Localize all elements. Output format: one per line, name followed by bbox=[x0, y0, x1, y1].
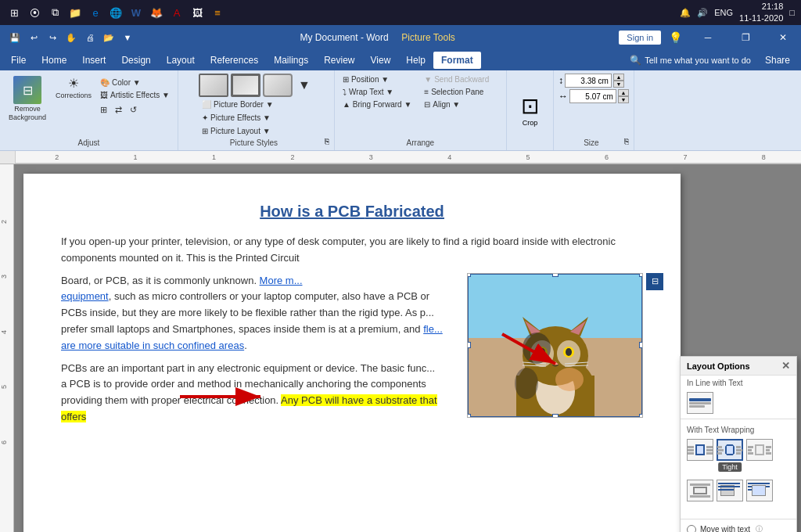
print-qat-button[interactable]: 🖨 bbox=[81, 29, 99, 46]
picture-layout-label: Picture Layout ▼ bbox=[210, 127, 271, 135]
change-picture-button[interactable]: ⇄ bbox=[112, 103, 125, 117]
tight-option[interactable]: Tight bbox=[717, 439, 743, 461]
style-thumb-2[interactable] bbox=[231, 74, 260, 97]
firefox-icon[interactable]: 🦊 bbox=[149, 5, 164, 20]
position-button[interactable]: ⊞ Position ▼ bbox=[339, 74, 415, 85]
top-bottom-option[interactable] bbox=[687, 480, 713, 501]
styles-expand-button[interactable]: ▼ bbox=[295, 77, 314, 94]
handle-top-right[interactable] bbox=[639, 273, 643, 277]
through-option[interactable] bbox=[746, 439, 773, 461]
infront-preview bbox=[748, 483, 771, 498]
handle-middle-right[interactable] bbox=[639, 342, 643, 348]
menu-references[interactable]: References bbox=[203, 52, 266, 69]
move-with-text-radio[interactable] bbox=[687, 525, 696, 533]
vertical-ruler: 2 3 4 5 6 bbox=[0, 164, 14, 532]
width-up-arrow[interactable]: ▲ bbox=[618, 89, 629, 96]
crop-button[interactable]: ⊡ Crop bbox=[515, 90, 545, 130]
height-input[interactable] bbox=[565, 74, 612, 88]
handle-top-left[interactable] bbox=[467, 273, 471, 277]
tight-left-lines bbox=[717, 446, 724, 455]
handle-bottom-center[interactable] bbox=[552, 414, 559, 418]
titlebar-controls: Sign in 💡 ─ ❐ ✕ bbox=[619, 25, 801, 50]
handle-bottom-left[interactable] bbox=[467, 414, 471, 418]
ribbon-group-crop: ⊡ Crop bbox=[507, 70, 554, 150]
width-down-arrow[interactable]: ▼ bbox=[618, 96, 629, 103]
align-button[interactable]: ⊟ Align ▼ bbox=[421, 99, 492, 110]
file-explorer-icon[interactable]: 📁 bbox=[67, 5, 83, 20]
flexible-link[interactable]: fle... bbox=[423, 323, 443, 335]
menu-view[interactable]: View bbox=[363, 52, 399, 69]
menu-review[interactable]: Review bbox=[316, 52, 362, 69]
undo-qat-button[interactable]: ↩ bbox=[25, 29, 42, 46]
color-button[interactable]: 🎨 Color ▼ bbox=[97, 77, 173, 88]
sign-in-button[interactable]: Sign in bbox=[619, 31, 661, 45]
style-thumb-3[interactable] bbox=[263, 74, 293, 97]
picture-layout-button[interactable]: ⊞ Picture Layout ▼ bbox=[199, 125, 274, 137]
handle-bottom-right[interactable] bbox=[639, 414, 643, 418]
menu-design[interactable]: Design bbox=[113, 52, 158, 69]
arrange-col-2: ▼ Send Backward ≡ Selection Pane ⊟ Align… bbox=[421, 74, 492, 110]
confined-link[interactable]: are more suitable in such confined areas bbox=[61, 340, 244, 351]
word-icon[interactable]: W bbox=[128, 5, 144, 20]
task-view-icon[interactable]: ⧉ bbox=[47, 5, 63, 20]
remove-background-button[interactable]: ⊟ RemoveBackground bbox=[5, 74, 50, 124]
redo-qat-button[interactable]: ↪ bbox=[44, 29, 61, 46]
compress-pictures-button[interactable]: ⊞ bbox=[97, 103, 110, 117]
notifications-icon[interactable]: □ bbox=[789, 8, 795, 17]
close-button[interactable]: ✕ bbox=[765, 25, 801, 50]
search-icon[interactable]: ⦿ bbox=[27, 5, 42, 20]
menu-share[interactable]: Share bbox=[757, 52, 798, 69]
help-icon[interactable]: 💡 bbox=[669, 31, 682, 44]
infront-text-option[interactable] bbox=[746, 480, 773, 501]
menu-help[interactable]: Help bbox=[398, 52, 433, 69]
send-backward-button[interactable]: ▼ Send Backward bbox=[421, 74, 492, 85]
style-thumb-1[interactable] bbox=[199, 74, 228, 97]
picture-border-button[interactable]: ⬜ Picture Border ▼ bbox=[199, 99, 277, 110]
ribbon: ⊟ RemoveBackground ☀ Corrections 🎨 Color… bbox=[0, 70, 801, 151]
corrections-button[interactable]: ☀ Corrections bbox=[52, 74, 95, 102]
height-down-arrow[interactable]: ▼ bbox=[613, 81, 624, 88]
handle-middle-left[interactable] bbox=[467, 342, 471, 348]
layout-close-button[interactable]: ✕ bbox=[781, 360, 790, 372]
menu-layout[interactable]: Layout bbox=[159, 52, 203, 69]
more-link[interactable]: More m... bbox=[260, 275, 303, 286]
menu-file[interactable]: File bbox=[3, 52, 34, 69]
touch-qat-button[interactable]: ✋ bbox=[63, 29, 80, 46]
tell-me-input[interactable]: Tell me what you want to do bbox=[645, 56, 751, 65]
restore-button[interactable]: ❐ bbox=[727, 25, 763, 50]
reset-picture-button[interactable]: ↺ bbox=[127, 103, 140, 117]
picture-effects-button[interactable]: ✦ Picture Effects ▼ bbox=[199, 112, 274, 124]
menu-home[interactable]: Home bbox=[34, 52, 74, 69]
layout-options-trigger[interactable]: ⊟ bbox=[646, 273, 663, 290]
menu-mailings[interactable]: Mailings bbox=[266, 52, 316, 69]
page-container: How is a PCB Fabricated If you open-up y… bbox=[14, 164, 801, 532]
size-group-label: Size bbox=[559, 138, 624, 147]
menu-insert[interactable]: Insert bbox=[74, 52, 113, 69]
width-input[interactable] bbox=[569, 89, 616, 103]
square-option[interactable] bbox=[687, 439, 713, 461]
app-icon[interactable]: ≡ bbox=[210, 5, 225, 20]
picture-styles-expand-icon[interactable]: ⎘ bbox=[325, 137, 329, 147]
wrap-text-button[interactable]: ⤵ Wrap Text ▼ bbox=[339, 86, 415, 98]
move-with-text-info[interactable]: ⓘ bbox=[756, 524, 763, 532]
windows-icon[interactable]: ⊞ bbox=[6, 5, 22, 20]
selection-pane-button[interactable]: ≡ Selection Pane bbox=[421, 86, 492, 98]
height-up-arrow[interactable]: ▲ bbox=[613, 74, 624, 81]
behind-text-option[interactable] bbox=[717, 480, 743, 501]
customize-qat-button[interactable]: ▼ bbox=[119, 29, 136, 46]
handle-top-center[interactable] bbox=[552, 273, 559, 277]
remove-bg-icon: ⊟ bbox=[13, 76, 41, 104]
ie-icon[interactable]: 🌐 bbox=[108, 5, 124, 20]
edge-icon[interactable]: e bbox=[88, 5, 103, 20]
artistic-effects-button[interactable]: 🖼 Artistic Effects ▼ bbox=[97, 89, 173, 101]
equipment-link[interactable]: equipment bbox=[61, 290, 109, 302]
size-expand-icon[interactable]: ⎘ bbox=[624, 137, 629, 147]
bring-forward-button[interactable]: ▲ Bring Forward ▼ bbox=[339, 99, 415, 110]
acrobat-icon[interactable]: A bbox=[169, 5, 185, 20]
minimize-button[interactable]: ─ bbox=[690, 25, 726, 50]
menu-format[interactable]: Format bbox=[433, 52, 481, 69]
save-qat-button[interactable]: 💾 bbox=[6, 29, 23, 46]
open-qat-button[interactable]: 📂 bbox=[100, 29, 117, 46]
photos-icon[interactable]: 🖼 bbox=[189, 5, 205, 20]
inline-option[interactable] bbox=[687, 392, 713, 414]
